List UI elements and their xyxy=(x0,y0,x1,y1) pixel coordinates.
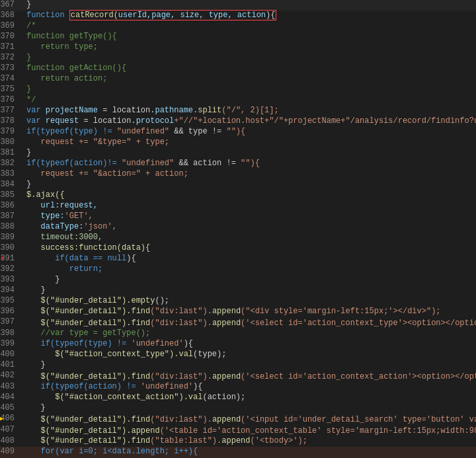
code-line: ▶406 $("#under_detail").find("div:last")… xyxy=(0,414,476,425)
code-line: 388 dataType:'json', xyxy=(0,222,476,233)
line-number: 377 xyxy=(0,106,21,115)
line-number: 378 xyxy=(0,116,21,126)
code-line: 402 $("#under_detail").find("div:last").… xyxy=(0,371,476,382)
line-content: return action; xyxy=(26,74,471,83)
line-content: success:function(data){ xyxy=(26,243,471,252)
code-line: 395 $("#under_detail").empty(); xyxy=(0,296,476,307)
line-content: //var type = getType(); xyxy=(26,328,471,338)
code-line: 405 } xyxy=(0,403,476,414)
line-number: 401 xyxy=(0,360,21,369)
line-number: 387 xyxy=(0,211,21,221)
line-content: $("#under_detail").find("div:last").appe… xyxy=(26,414,476,425)
code-line: 396 $("#under_detail").find("div:last").… xyxy=(0,307,476,317)
code-line: 378var request = location.protocol+"//"+… xyxy=(0,116,476,127)
line-number: 379 xyxy=(0,127,21,136)
line-number: 394 xyxy=(0,286,21,295)
line-content: function getType(){ xyxy=(26,32,471,41)
line-content: } xyxy=(26,53,471,62)
code-line: 397 $("#under_detail").find("div:last").… xyxy=(0,317,476,328)
line-content: request += "&type=" + type; xyxy=(26,137,471,147)
line-number: 369 xyxy=(0,21,21,30)
line-content: $("#under_detail").find("div:last").appe… xyxy=(26,307,471,316)
breakpoint-dot: ● xyxy=(1,255,4,262)
code-line: 382if(typeof(action)!= "undefined" && ac… xyxy=(0,159,476,169)
code-line: 393 } xyxy=(0,275,476,286)
line-content: } xyxy=(26,275,471,284)
code-line: 367} xyxy=(0,0,476,11)
line-content: request += "&action=" + action; xyxy=(26,169,471,178)
line-content: $("#under_detail").find("table:last").ap… xyxy=(26,436,471,445)
code-line: 372} xyxy=(0,53,476,63)
code-line: 377var projectName = location.pathname.s… xyxy=(0,106,476,116)
code-line: 383 request += "&action=" + action; xyxy=(0,169,476,180)
line-number: 389 xyxy=(0,233,21,242)
code-line: 376*/ xyxy=(0,95,476,106)
line-number: 384 xyxy=(0,180,21,189)
code-line: ●391 if(data == null){ xyxy=(0,254,476,264)
line-number: 368 xyxy=(0,11,21,20)
code-line: 370function getType(){ xyxy=(0,32,476,42)
line-content: return type; xyxy=(26,42,471,52)
line-content: $("#under_detail").find("div:last").appe… xyxy=(26,371,476,382)
line-content: } xyxy=(26,403,471,412)
line-number: 385 xyxy=(0,190,21,200)
line-number: 402 xyxy=(0,371,21,380)
code-line: 385$.ajax({ xyxy=(0,190,476,201)
code-line: 392 return; xyxy=(0,264,476,275)
line-number: 373 xyxy=(0,63,21,73)
line-content: $("#under_detail").empty(); xyxy=(26,296,471,305)
line-number: 390 xyxy=(0,243,21,252)
code-line: 409 for(var i=0; i<data.length; i++){ xyxy=(0,447,476,457)
line-content: /* xyxy=(26,21,471,30)
line-number: 393 xyxy=(0,275,21,284)
line-number: 396 xyxy=(0,307,21,316)
code-line: 379if(typeof(type) != "undefined" && typ… xyxy=(0,127,476,137)
code-line: 399 if(typeof(type) != 'undefined'){ xyxy=(0,339,476,350)
line-number: 399 xyxy=(0,339,21,348)
line-number: 367 xyxy=(0,0,21,9)
line-content: $("#under_detail").append('<table id='ac… xyxy=(26,425,476,436)
line-content: if(data == null){ xyxy=(26,254,471,263)
line-content: if(typeof(type) != 'undefined'){ xyxy=(26,339,471,348)
line-number: 400 xyxy=(0,350,21,359)
line-content: $.ajax({ xyxy=(26,190,471,200)
line-number: 408 xyxy=(0,436,21,445)
line-content: if(typeof(action)!= "undefined" && actio… xyxy=(26,159,471,168)
code-line: 400 $("#action_context_type").val(type); xyxy=(0,350,476,360)
function-signature-box: catRecord(userId,page, size, type, actio… xyxy=(69,10,277,20)
line-content: function catRecord(userId,page, size, ty… xyxy=(26,11,471,20)
line-content: url:request, xyxy=(26,201,471,210)
code-line: 373function getAction(){ xyxy=(0,63,476,74)
code-line: 368function catRecord(userId,page, size,… xyxy=(0,11,476,21)
line-number: 374 xyxy=(0,74,21,83)
line-number: 407 xyxy=(0,425,21,434)
code-line: 407 $("#under_detail").append('<table id… xyxy=(0,425,476,436)
line-content: if(typeof(action) != 'undefined'){ xyxy=(26,382,471,391)
line-number: 383 xyxy=(0,169,21,178)
line-content: return; xyxy=(26,264,471,274)
line-content: $("#action_context_action").val(action); xyxy=(26,393,471,402)
code-line: 390 success:function(data){ xyxy=(0,243,476,254)
code-line: 389 timeout:3000, xyxy=(0,233,476,243)
code-line: 394 } xyxy=(0,286,476,296)
line-number: 382 xyxy=(0,159,21,168)
code-line: 384} xyxy=(0,180,476,190)
code-line: 408 $("#under_detail").find("table:last"… xyxy=(0,436,476,447)
line-content: var request = location.protocol+"//"+loc… xyxy=(26,116,476,126)
line-number: 409 xyxy=(0,447,21,456)
line-content: } xyxy=(26,148,471,157)
line-number: 372 xyxy=(0,53,21,62)
line-number: 376 xyxy=(0,95,21,104)
line-content: timeout:3000, xyxy=(26,233,471,242)
line-number: 388 xyxy=(0,222,21,231)
code-line: 404 $("#action_context_action").val(acti… xyxy=(0,393,476,403)
line-number: 380 xyxy=(0,137,21,147)
code-line: 403 if(typeof(action) != 'undefined'){ xyxy=(0,382,476,393)
line-number: 392 xyxy=(0,264,21,274)
line-content: } xyxy=(26,180,471,189)
code-line: 369/* xyxy=(0,21,476,32)
code-line: 381} xyxy=(0,148,476,159)
code-line: 374 return action; xyxy=(0,74,476,85)
line-content: } xyxy=(26,286,471,295)
line-content: var projectName = location.pathname.spli… xyxy=(26,106,471,115)
